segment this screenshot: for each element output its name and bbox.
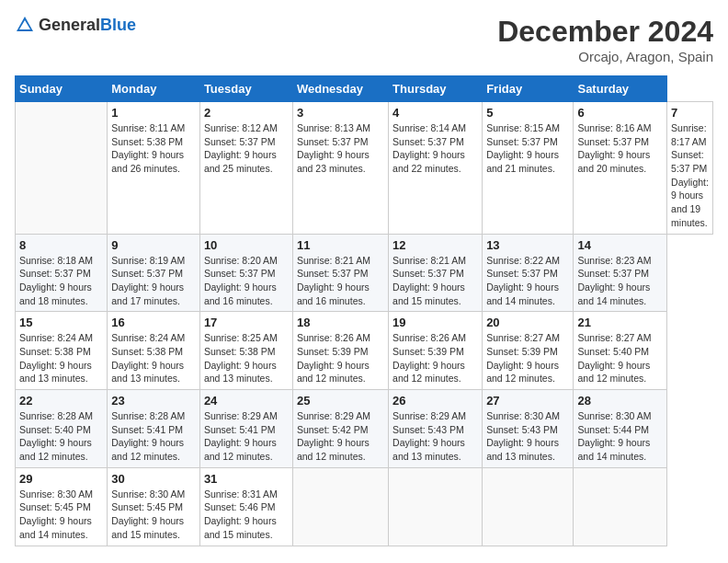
calendar-cell: 12 Sunrise: 8:21 AM Sunset: 5:37 PM Dayl… [389,234,483,312]
location-title: Orcajo, Aragon, Spain [497,49,713,64]
day-number: 10 [204,238,289,252]
day-info: Sunrise: 8:29 AM Sunset: 5:41 PM Dayligh… [204,409,289,464]
calendar-cell: 4 Sunrise: 8:14 AM Sunset: 5:37 PM Dayli… [389,102,483,235]
weekday-header-row: SundayMondayTuesdayWednesdayThursdayFrid… [16,76,713,102]
day-number: 15 [19,316,103,329]
day-info: Sunrise: 8:26 AM Sunset: 5:39 PM Dayligh… [392,331,478,385]
title-block: December 2024 Orcajo, Aragon, Spain [497,15,713,64]
calendar-cell: 1 Sunrise: 8:11 AM Sunset: 5:38 PM Dayli… [108,102,200,235]
day-number: 17 [204,316,289,329]
day-info: Sunrise: 8:28 AM Sunset: 5:40 PM Dayligh… [19,409,103,464]
day-number: 9 [111,238,196,252]
day-info: Sunrise: 8:14 AM Sunset: 5:37 PM Dayligh… [392,121,478,176]
logo-icon [15,15,35,35]
day-info: Sunrise: 8:11 AM Sunset: 5:38 PM Dayligh… [111,121,196,176]
calendar-cell: 23 Sunrise: 8:28 AM Sunset: 5:41 PM Dayl… [108,390,200,468]
day-info: Sunrise: 8:29 AM Sunset: 5:43 PM Dayligh… [392,409,478,464]
calendar-week-row: 15 Sunrise: 8:24 AM Sunset: 5:38 PM Dayl… [16,312,713,390]
calendar-week-row: 22 Sunrise: 8:28 AM Sunset: 5:40 PM Dayl… [16,390,713,468]
day-number: 28 [577,394,663,408]
calendar-cell: 10 Sunrise: 8:20 AM Sunset: 5:37 PM Dayl… [199,234,292,312]
day-number: 8 [19,238,103,252]
day-number: 12 [392,238,478,252]
day-info: Sunrise: 8:26 AM Sunset: 5:39 PM Dayligh… [297,331,384,385]
day-info: Sunrise: 8:13 AM Sunset: 5:37 PM Dayligh… [297,121,384,176]
day-info: Sunrise: 8:27 AM Sunset: 5:40 PM Dayligh… [577,331,663,385]
calendar-cell: 19 Sunrise: 8:26 AM Sunset: 5:39 PM Dayl… [389,312,483,390]
day-number: 7 [671,106,709,120]
day-info: Sunrise: 8:16 AM Sunset: 5:37 PM Dayligh… [577,121,663,176]
page-header: GeneralBlue December 2024 Orcajo, Aragon… [15,15,713,64]
weekday-header: Thursday [389,76,483,102]
weekday-header: Saturday [574,76,667,102]
calendar-cell: 26 Sunrise: 8:29 AM Sunset: 5:43 PM Dayl… [389,390,483,468]
day-info: Sunrise: 8:30 AM Sunset: 5:44 PM Dayligh… [577,409,663,464]
day-info: Sunrise: 8:21 AM Sunset: 5:37 PM Dayligh… [392,254,478,308]
day-info: Sunrise: 8:23 AM Sunset: 5:37 PM Dayligh… [577,254,663,308]
calendar-cell: 5 Sunrise: 8:15 AM Sunset: 5:37 PM Dayli… [483,102,574,235]
day-number: 16 [111,316,196,329]
calendar-cell: 8 Sunrise: 8:18 AM Sunset: 5:37 PM Dayli… [16,234,108,312]
calendar-cell: 7 Sunrise: 8:17 AM Sunset: 5:37 PM Dayli… [667,102,713,235]
calendar-cell [389,467,483,546]
day-number: 31 [204,472,289,486]
calendar-cell: 18 Sunrise: 8:26 AM Sunset: 5:39 PM Dayl… [292,312,388,390]
day-number: 25 [297,394,384,408]
day-info: Sunrise: 8:31 AM Sunset: 5:46 PM Dayligh… [204,488,289,542]
month-title: December 2024 [497,15,713,49]
day-number: 19 [392,316,478,329]
calendar-cell: 13 Sunrise: 8:22 AM Sunset: 5:37 PM Dayl… [483,234,574,312]
calendar-cell: 22 Sunrise: 8:28 AM Sunset: 5:40 PM Dayl… [16,390,108,468]
calendar-cell: 6 Sunrise: 8:16 AM Sunset: 5:37 PM Dayli… [574,102,667,235]
calendar-cell: 9 Sunrise: 8:19 AM Sunset: 5:37 PM Dayli… [108,234,200,312]
day-number: 1 [111,106,196,120]
day-info: Sunrise: 8:15 AM Sunset: 5:37 PM Dayligh… [486,121,569,176]
day-number: 30 [111,472,196,486]
logo: GeneralBlue [15,15,136,35]
day-number: 27 [486,394,569,408]
day-info: Sunrise: 8:25 AM Sunset: 5:38 PM Dayligh… [204,331,289,385]
weekday-header: Friday [483,76,574,102]
day-number: 13 [486,238,569,252]
calendar-cell: 14 Sunrise: 8:23 AM Sunset: 5:37 PM Dayl… [574,234,667,312]
calendar-cell [483,467,574,546]
weekday-header: Wednesday [292,76,388,102]
day-number: 11 [297,238,384,252]
logo-text-general: General [39,16,100,34]
calendar-cell: 17 Sunrise: 8:25 AM Sunset: 5:38 PM Dayl… [199,312,292,390]
calendar-cell [574,467,667,546]
day-number: 2 [204,106,289,120]
calendar-week-row: 29 Sunrise: 8:30 AM Sunset: 5:45 PM Dayl… [16,467,713,546]
day-number: 6 [577,106,663,120]
calendar-cell: 20 Sunrise: 8:27 AM Sunset: 5:39 PM Dayl… [483,312,574,390]
day-info: Sunrise: 8:17 AM Sunset: 5:37 PM Dayligh… [671,121,709,230]
day-info: Sunrise: 8:30 AM Sunset: 5:43 PM Dayligh… [486,409,569,464]
day-info: Sunrise: 8:22 AM Sunset: 5:37 PM Dayligh… [486,254,569,308]
day-number: 14 [577,238,663,252]
logo-text-blue: Blue [100,16,136,34]
calendar-cell: 29 Sunrise: 8:30 AM Sunset: 5:45 PM Dayl… [16,467,108,546]
calendar-cell: 30 Sunrise: 8:30 AM Sunset: 5:45 PM Dayl… [108,467,200,546]
calendar-cell: 28 Sunrise: 8:30 AM Sunset: 5:44 PM Dayl… [574,390,667,468]
day-info: Sunrise: 8:12 AM Sunset: 5:37 PM Dayligh… [204,121,289,176]
weekday-header: Sunday [16,76,108,102]
day-number: 22 [19,394,103,408]
day-number: 4 [392,106,478,120]
calendar-cell: 24 Sunrise: 8:29 AM Sunset: 5:41 PM Dayl… [199,390,292,468]
day-info: Sunrise: 8:28 AM Sunset: 5:41 PM Dayligh… [111,409,196,464]
day-number: 21 [577,316,663,329]
day-info: Sunrise: 8:30 AM Sunset: 5:45 PM Dayligh… [19,488,103,542]
calendar-cell: 31 Sunrise: 8:31 AM Sunset: 5:46 PM Dayl… [199,467,292,546]
day-info: Sunrise: 8:19 AM Sunset: 5:37 PM Dayligh… [111,254,196,308]
calendar-week-row: 1 Sunrise: 8:11 AM Sunset: 5:38 PM Dayli… [16,102,713,235]
calendar-cell: 25 Sunrise: 8:29 AM Sunset: 5:42 PM Dayl… [292,390,388,468]
calendar-table: SundayMondayTuesdayWednesdayThursdayFrid… [15,75,713,546]
calendar-cell: 21 Sunrise: 8:27 AM Sunset: 5:40 PM Dayl… [574,312,667,390]
day-info: Sunrise: 8:24 AM Sunset: 5:38 PM Dayligh… [19,331,103,385]
day-number: 18 [297,316,384,329]
day-number: 3 [297,106,384,120]
calendar-cell [292,467,388,546]
day-number: 26 [392,394,478,408]
calendar-cell: 16 Sunrise: 8:24 AM Sunset: 5:38 PM Dayl… [108,312,200,390]
day-number: 29 [19,472,103,486]
